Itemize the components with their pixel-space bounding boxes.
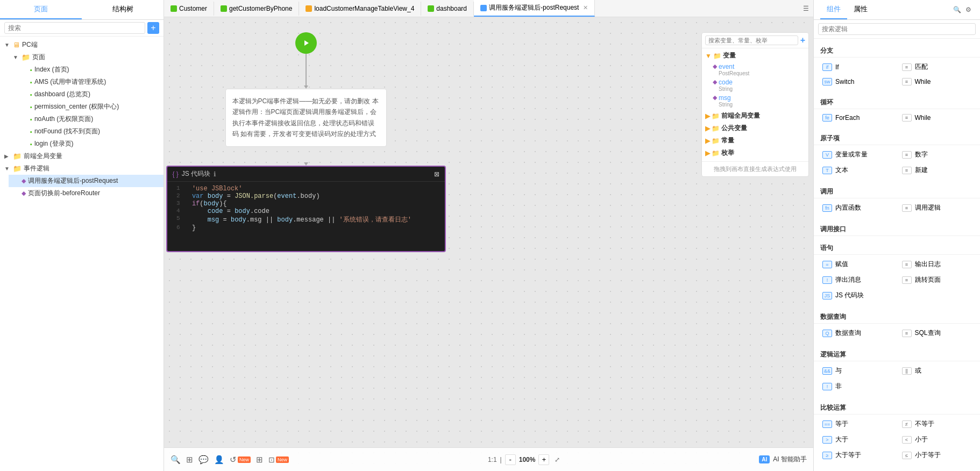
match-icon: ≡ (902, 63, 912, 71)
fit-icon[interactable]: ⤢ (555, 456, 560, 463)
tabs-menu-icon[interactable]: ☰ (803, 5, 809, 12)
comment-icon[interactable]: 💬 (198, 455, 209, 465)
code-editor[interactable]: 1 'use JSBlock' 2 var body = JSON.parse(… (167, 182, 445, 251)
var-section-global[interactable]: ▶ 📁 前端全局变量 (702, 110, 808, 122)
info-icon[interactable]: ℹ (214, 170, 216, 178)
comp-sql-query[interactable]: ≡ SQL查询 (898, 326, 976, 340)
comp-neq[interactable]: ≠ 不等于 (898, 417, 976, 431)
comp-switch[interactable]: sw Switch (818, 75, 897, 88)
comp-gte[interactable]: ≥ 大于等于 (818, 448, 897, 462)
section-title-logic: 逻辑运算 (814, 347, 980, 361)
pages-children: ▪ Index (首页) ▪ AMS (试用申请管理系统) ▪ dashboar… (9, 63, 164, 150)
section-title-statement: 语句 (814, 240, 980, 255)
add-page-button[interactable]: + (147, 22, 159, 34)
comp-navigate[interactable]: ≡ 跳转页面 (898, 273, 976, 287)
sidebar-item-dashboard[interactable]: ▪ dashboard (总览页) (17, 88, 164, 101)
tab-loadtable[interactable]: loadCustomerManageTableView_4 (299, 2, 421, 16)
comp-output-log[interactable]: ≡ 输出日志 (898, 257, 976, 272)
comp-if[interactable]: if If (818, 60, 897, 74)
sidebar-item-noauth[interactable]: ▪ noAuth (无权限页面) (17, 113, 164, 125)
var-section-constants[interactable]: ▶ 📁 常量 (702, 134, 808, 147)
comp-not[interactable]: ! 非 (818, 379, 897, 394)
tab-customer[interactable]: Customer (164, 2, 214, 16)
sidebar-item-permission[interactable]: ▪ permission_center (权限中心) (17, 101, 164, 113)
var-add-button[interactable]: + (800, 35, 805, 45)
var-section-label: 变量 (723, 51, 736, 60)
comp-var-const[interactable]: V 变量或常量 (818, 147, 897, 162)
comp-builtin[interactable]: fn 内置函数 (818, 201, 897, 215)
user-icon[interactable]: 👤 (214, 455, 224, 465)
ai-assistant[interactable]: AI AI 智能助手 (759, 455, 807, 464)
var-section-header-variables[interactable]: ▼ 📁 变量 (702, 49, 808, 62)
var-item-msg[interactable]: ◆ msg String (702, 93, 808, 109)
comp-text[interactable]: T 文本 (818, 163, 897, 177)
var-section-enums[interactable]: ▶ 📁 枚举 (702, 147, 808, 159)
tab-dashboard[interactable]: dashboard (421, 2, 474, 16)
zoom-out-button[interactable]: - (505, 454, 516, 465)
number-icon: ≡ (902, 151, 912, 159)
comp-while2[interactable]: ≡ While (898, 111, 976, 124)
comp-js-block[interactable]: JS JS 代码块 (818, 288, 897, 303)
builtin-icon: fn (822, 204, 832, 212)
rotate-icon[interactable]: ↺ (230, 455, 237, 465)
sidebar-item-login[interactable]: ▪ login (登录页) (17, 138, 164, 150)
var-search-input[interactable] (705, 35, 798, 45)
tree-arrow: ▶ (4, 153, 11, 159)
sidebar-item-ams[interactable]: ▪ AMS (试用申请管理系统) (17, 76, 164, 88)
search-canvas-icon[interactable]: 🔍 (171, 455, 181, 465)
grid-icon[interactable]: ⊞ (256, 455, 263, 465)
comp-number[interactable]: ≡ 数字 (898, 147, 976, 162)
folder-icon: 📁 (22, 53, 30, 61)
sidebar-item-event-logic[interactable]: ▼ 📁 事件逻辑 (0, 162, 164, 175)
comp-lte[interactable]: ≤ 小于等于 (898, 448, 976, 462)
tab-getbyphone[interactable]: getCustomerByPhone (214, 2, 299, 16)
tab-postrequest[interactable]: 调用服务端逻辑后-postRequest ✕ (474, 0, 595, 17)
right-search-toolbar (814, 20, 980, 39)
tab-page[interactable]: 页面 (0, 0, 82, 19)
canvas-area[interactable]: 本逻辑为PC端事件逻辑——如无必要，请勿删改 本逻辑作用：当PC端页面逻辑调用服… (164, 17, 813, 471)
code-line-4: 4 code = body.code (167, 208, 445, 215)
comp-label: 匹配 (915, 62, 928, 72)
sidebar-item-before-router[interactable]: ◆ 页面切换前-beforeRouter (9, 187, 164, 199)
zoom-in-button[interactable]: + (538, 454, 549, 465)
comp-call-logic[interactable]: ≡ 调用逻辑 (898, 201, 976, 215)
tab-structure[interactable]: 结构树 (82, 0, 164, 19)
comp-assign[interactable]: = 赋值 (818, 257, 897, 272)
comp-match[interactable]: ≡ 匹配 (898, 60, 976, 74)
comp-or[interactable]: || 或 (898, 363, 976, 378)
settings-icon[interactable]: ⚙ (965, 6, 971, 13)
comp-alert[interactable]: ! 弹出消息 (818, 273, 897, 287)
comp-foreach[interactable]: fe ForEach (818, 111, 897, 124)
while-icon: ≡ (902, 78, 912, 85)
align-icon[interactable]: ⊡ (268, 455, 275, 464)
sidebar-item-global-var[interactable]: ▶ 📁 前端全局变量 (0, 150, 164, 162)
var-section-public[interactable]: ▶ 📁 公共变量 (702, 122, 808, 134)
tree-root-pc[interactable]: ▼ 🖥 PC端 (0, 39, 164, 51)
comp-while[interactable]: ≡ While (898, 75, 976, 88)
comp-label: 小于等于 (915, 451, 941, 460)
tree-pages-folder[interactable]: ▼ 📁 页面 (9, 51, 164, 63)
sidebar-item-notfound[interactable]: ▪ notFound (找不到页面) (17, 125, 164, 138)
comp-and[interactable]: && 与 (818, 363, 897, 378)
comp-new[interactable]: ≡ 新建 (898, 163, 976, 177)
section-atomic: 原子项 V 变量或常量 ≡ 数字 T 文本 ≡ 新建 (814, 129, 980, 182)
sidebar-item-post-request[interactable]: ◆ 调用服务端逻辑后-postRequest (9, 175, 164, 187)
search-right-icon[interactable]: 🔍 (953, 6, 961, 13)
var-item-code[interactable]: ◆ code String (702, 77, 808, 93)
page-search-input[interactable] (4, 22, 145, 34)
flow-start-node[interactable] (295, 32, 317, 54)
var-item-event[interactable]: ◆ event PostRequest (702, 62, 808, 77)
tab-close-icon[interactable]: ✕ (583, 4, 588, 11)
component-search-input[interactable] (818, 23, 976, 35)
comp-lt[interactable]: < 小于 (898, 432, 976, 447)
sidebar-item-index[interactable]: ▪ Index (首页) (17, 63, 164, 76)
code-block-close-icon[interactable]: ⊠ (434, 170, 439, 178)
new-icon: ≡ (902, 167, 912, 174)
comp-gt[interactable]: > 大于 (818, 432, 897, 447)
tab-properties[interactable]: 属性 (847, 0, 874, 19)
comp-data-query[interactable]: Q 数据查询 (818, 326, 897, 340)
tab-components[interactable]: 组件 (820, 0, 847, 19)
eq-icon: == (822, 420, 832, 428)
comp-eq[interactable]: == 等于 (818, 417, 897, 431)
layout-icon[interactable]: ⊞ (186, 455, 193, 465)
